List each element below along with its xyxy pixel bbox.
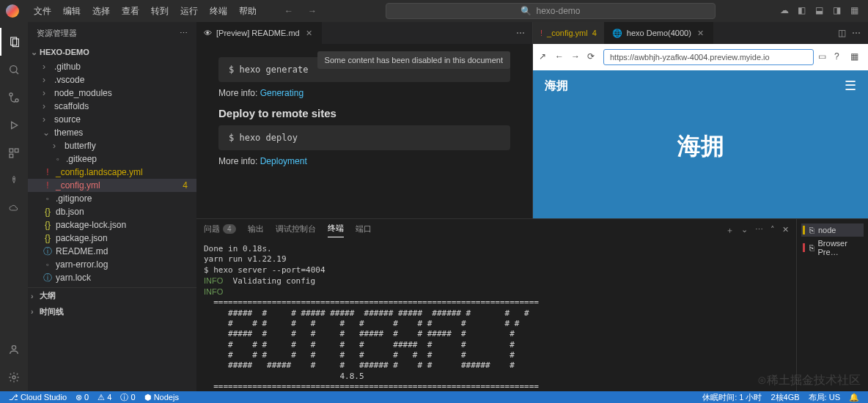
terminal-instance[interactable]: ⎘Browser Pre… xyxy=(801,237,864,259)
outline-section[interactable]: ›大纲 xyxy=(28,287,196,303)
menu-转到[interactable]: 转到 xyxy=(145,2,174,21)
status-item[interactable]: 🔔 xyxy=(845,392,864,403)
panel-tab[interactable]: 问题4 xyxy=(204,223,236,237)
explorer-activity-icon[interactable] xyxy=(0,28,28,56)
source-control-activity-icon[interactable] xyxy=(0,84,28,111)
split-icon[interactable]: ◫ xyxy=(838,28,846,38)
generating-link[interactable]: Generating xyxy=(260,88,304,98)
tree-item[interactable]: {}db.json xyxy=(28,205,196,218)
file-icon: ◦ xyxy=(43,259,53,270)
panel-tab[interactable]: 调试控制台 xyxy=(276,223,316,237)
menu-终端[interactable]: 终端 xyxy=(204,2,233,21)
file-icon: ! xyxy=(43,167,53,177)
open-external-icon[interactable]: ↗ xyxy=(539,51,551,63)
account-activity-icon[interactable] xyxy=(0,336,28,363)
menu-选择[interactable]: 选择 xyxy=(87,2,116,21)
status-item[interactable]: ⬢ Nodejs xyxy=(140,392,183,403)
terminal-instance[interactable]: ⎘node xyxy=(801,223,864,237)
project-header[interactable]: ⌄ HEXO-DEMO xyxy=(28,44,196,60)
close-icon[interactable]: ✕ xyxy=(304,29,314,38)
svg-point-2 xyxy=(10,66,17,73)
content-disabled-notice: Some content has been disabled in this d… xyxy=(317,51,510,69)
status-item[interactable]: ⊗ 0 xyxy=(71,392,93,403)
tree-item[interactable]: {}package.json xyxy=(28,232,196,245)
terminal-output[interactable]: Done in 0.18s. yarn run v1.22.19 $ hexo … xyxy=(196,241,796,391)
tree-item[interactable]: ›scaffolds xyxy=(28,100,196,113)
layout-left-icon[interactable]: ◧ xyxy=(798,5,809,17)
url-input[interactable] xyxy=(603,49,814,65)
browser-forward-icon[interactable]: → xyxy=(571,51,583,63)
browser-back-icon[interactable]: ← xyxy=(555,51,567,63)
nav-back-icon[interactable]: ← xyxy=(280,4,298,18)
menu-帮助[interactable]: 帮助 xyxy=(233,2,262,21)
panel-tab[interactable]: 端口 xyxy=(356,223,372,237)
site-preview: 海拥 ☰ 海拥 xyxy=(533,70,868,218)
panel-tab[interactable]: 终端 xyxy=(328,223,344,237)
tab-hexo-demo-preview[interactable]: 🌐 hexo Demo(4000) ✕ xyxy=(605,22,713,44)
panel-tab[interactable]: 输出 xyxy=(248,223,264,237)
layout-bottom-icon[interactable]: ⬓ xyxy=(815,5,827,17)
menu-运行[interactable]: 运行 xyxy=(174,2,204,21)
status-item[interactable]: 布局: US xyxy=(804,392,845,403)
tree-item[interactable]: ⓘREADME.md xyxy=(28,245,196,258)
qr-icon[interactable]: ▦ xyxy=(850,51,862,63)
tree-item[interactable]: ⓘyarn.lock xyxy=(28,271,196,284)
menu-文件[interactable]: 文件 xyxy=(28,2,57,21)
markdown-preview: Some content has been disabled in this d… xyxy=(196,44,532,218)
cloud-activity-icon[interactable] xyxy=(0,195,28,223)
tree-item[interactable]: {}package-lock.json xyxy=(28,218,196,232)
help-icon[interactable]: ? xyxy=(834,51,846,63)
rocket-activity-icon[interactable] xyxy=(0,167,28,195)
timeline-section[interactable]: ›时间线 xyxy=(28,303,196,319)
tree-item[interactable]: ›.github xyxy=(28,60,196,73)
svg-point-11 xyxy=(12,346,15,350)
tree-item[interactable]: ◦yarn-error.log xyxy=(28,258,196,271)
status-item[interactable]: 2核4GB xyxy=(766,392,803,403)
more-icon[interactable]: ⋯ xyxy=(852,28,861,38)
tree-item[interactable]: !_config.yml4 xyxy=(28,179,196,192)
chevron-down-icon[interactable]: ⌄ xyxy=(741,225,748,236)
menu-查看[interactable]: 查看 xyxy=(116,2,145,21)
more-icon[interactable]: ⋯ xyxy=(755,225,763,236)
new-terminal-icon[interactable]: ＋ xyxy=(726,225,734,236)
tree-item[interactable]: ◦.gitkeep xyxy=(28,152,196,166)
tree-item[interactable]: ›node_modules xyxy=(28,86,196,100)
tree-item[interactable]: ›butterfly xyxy=(28,139,196,152)
hamburger-icon[interactable]: ☰ xyxy=(845,78,856,94)
layout-customize-icon[interactable]: ▦ xyxy=(850,5,862,17)
svg-line-3 xyxy=(16,72,18,74)
tab-config-yml[interactable]: ! _config.yml 4 xyxy=(533,22,605,44)
deployment-link[interactable]: Deployment xyxy=(260,156,307,166)
site-brand[interactable]: 海拥 xyxy=(545,78,568,94)
site-hero-title: 海拥 xyxy=(533,130,868,163)
sidebar-title: 资源管理器 xyxy=(37,28,77,39)
tree-item[interactable]: ›source xyxy=(28,113,196,126)
more-icon[interactable]: ⋯ xyxy=(516,28,525,38)
more-icon[interactable]: ⋯ xyxy=(180,29,188,38)
devices-icon[interactable]: ▭ xyxy=(818,51,830,63)
cloud-icon[interactable]: ☁ xyxy=(780,5,792,17)
status-item[interactable]: 休眠时间: 1 小时 xyxy=(698,392,766,403)
file-icon: ⓘ xyxy=(43,272,53,284)
tree-item[interactable]: ›.vscode xyxy=(28,73,196,86)
search-activity-icon[interactable] xyxy=(0,56,28,84)
tree-item[interactable]: !_config.landscape.yml xyxy=(28,166,196,179)
command-center-search[interactable]: 🔍 hexo-demo xyxy=(386,3,716,19)
menu-编辑[interactable]: 编辑 xyxy=(57,2,87,21)
nav-forward-icon[interactable]: → xyxy=(304,4,321,18)
browser-reload-icon[interactable]: ⟳ xyxy=(587,51,599,63)
status-bar: ⎇ Cloud Studio⊗ 0⚠ 4ⓘ 0⬢ Nodejs 休眠时间: 1 … xyxy=(0,391,868,403)
status-item[interactable]: ⚠ 4 xyxy=(93,392,116,403)
settings-activity-icon[interactable] xyxy=(0,363,28,391)
tree-item[interactable]: ⌄themes xyxy=(28,126,196,139)
layout-right-icon[interactable]: ◨ xyxy=(833,5,845,17)
status-item[interactable]: ⓘ 0 xyxy=(116,392,139,403)
status-item[interactable]: ⎇ Cloud Studio xyxy=(4,392,71,403)
tree-item[interactable]: ◦.gitignore xyxy=(28,192,196,205)
tab-readme-preview[interactable]: 👁 [Preview] README.md ✕ xyxy=(196,22,322,44)
extensions-activity-icon[interactable] xyxy=(0,139,28,167)
debug-activity-icon[interactable] xyxy=(0,111,28,139)
close-icon[interactable]: ✕ xyxy=(696,29,705,38)
close-panel-icon[interactable]: ✕ xyxy=(782,225,789,236)
maximize-icon[interactable]: ˄ xyxy=(770,225,775,236)
